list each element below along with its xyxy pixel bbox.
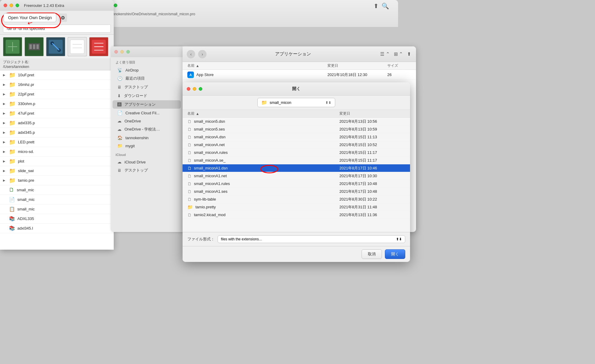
- dialog-file-row[interactable]: 🗋 small_micon5.dsn 2021年8月13日 10:56: [183, 118, 410, 125]
- sidebar-item-applications[interactable]: 🅰 アプリケーション: [113, 100, 181, 109]
- sidebar-item-download[interactable]: ⬇ ダウンロード: [113, 92, 181, 100]
- dialog-file-row[interactable]: 🗋 small_micon5.ses 2021年8月13日 10:59: [183, 125, 410, 133]
- location-dropdown[interactable]: 📁 small_micon ⬆⬇: [257, 98, 335, 107]
- list-item[interactable]: ▶ 📁 slide_swi: [0, 166, 114, 176]
- sidebar-item-icloud-desktop[interactable]: 🖥 デスクトップ: [113, 166, 181, 175]
- app-store-row[interactable]: A App Store 2021年10月18日 12:30 26: [183, 70, 416, 80]
- app-store-modified: 2021年10月18日 12:30: [327, 72, 387, 78]
- sidebar-icloud-desktop-label: デスクトップ: [125, 168, 148, 173]
- sidebar-item-airdrop[interactable]: 📡 AirDrop: [113, 66, 181, 74]
- list-item[interactable]: ▶ 📁 47uF.pret: [0, 109, 114, 118]
- modified-column-header[interactable]: 変更日: [327, 63, 387, 68]
- list-item[interactable]: ▶ 📋 small_mic: [0, 204, 114, 214]
- list-item[interactable]: ▶ 📄 small_mic: [0, 195, 114, 204]
- sidebar-item-mygit[interactable]: 📁 mygit: [113, 142, 181, 150]
- file-icon: 🗋: [187, 127, 192, 132]
- format-dropdown[interactable]: files with the extensions... ⬆⬇: [218, 235, 405, 243]
- file-icon: 🗋: [187, 166, 192, 171]
- sidebar-min-btn[interactable]: [120, 50, 124, 54]
- share-icon[interactable]: ⬆: [374, 2, 379, 10]
- chevron-icon: ▶: [3, 83, 7, 86]
- applications-icon: 🅰: [117, 102, 122, 107]
- folder-icon: 📁: [9, 91, 16, 98]
- freerouter-max-btn[interactable]: [16, 4, 19, 7]
- list-item[interactable]: ▶ 📁 10uF.pret: [0, 70, 114, 80]
- file-name-cell: 🗋 small_miconA.dsn: [187, 135, 339, 139]
- list-item[interactable]: ▶ 📁 22pF.pret: [0, 90, 114, 99]
- finder-bg-max-btn[interactable]: [114, 4, 117, 7]
- list-item[interactable]: ▶ 📁 LED.prett: [0, 137, 114, 147]
- dialog-file-row[interactable]: 🗋 small_miconA.net 2021年8月15日 10:52: [183, 141, 410, 149]
- list-item[interactable]: ▶ 📁 adxl345.p: [0, 128, 114, 137]
- chevron-icon: ▶: [3, 112, 7, 115]
- dialog-file-row[interactable]: 🗋 small_miconA.dsn 2021年8月15日 11:13: [183, 133, 410, 141]
- location-content: 📁 small_micon: [261, 100, 291, 105]
- sidebar-download-label: ダウンロード: [124, 93, 147, 98]
- dialog-max-btn[interactable]: [199, 87, 202, 91]
- sort-arrow: ▲: [196, 64, 199, 68]
- dialog-file-row[interactable]: 🗋 small_miconA1.ses 2021年8月17日 10:48: [183, 188, 410, 195]
- share-button[interactable]: ⬆: [406, 50, 412, 58]
- sidebar-item-onedrive[interactable]: ☁ OneDrive: [113, 117, 181, 125]
- onedrive-school-icon: ☁: [117, 127, 122, 132]
- sidebar-item-creative-cloud[interactable]: 📄 Creative Cloud Fil...: [113, 109, 181, 117]
- freerouter-close-btn[interactable]: [4, 4, 7, 7]
- list-item[interactable]: ▶ 📁 plot: [0, 157, 114, 166]
- file-icon: 🗋: [187, 197, 192, 202]
- list-item[interactable]: ▶ 📁 micro-sd.: [0, 147, 114, 157]
- dialog-file-row[interactable]: 🗋 sym-lib-table 2021年8月30日 10:22: [183, 195, 410, 203]
- file-name-cell: 🗋 tamio2.kicad_mod: [187, 213, 339, 217]
- dialog-selected-file-row[interactable]: 🗋 small_miconA1.dsn 2021年8月17日 10:46: [183, 164, 410, 172]
- gear-button[interactable]: ⚙: [59, 13, 67, 22]
- forward-button[interactable]: ›: [198, 50, 207, 58]
- dialog-name-col-header[interactable]: 名前 ▲: [187, 111, 339, 116]
- list-item[interactable]: ▶ 📁 adxl335.p: [0, 118, 114, 128]
- list-item[interactable]: ▶ 🗋 small_mic: [0, 185, 114, 195]
- dialog-min-btn[interactable]: [193, 87, 196, 91]
- folder-icon: 📁: [9, 81, 16, 88]
- dialog-file-row[interactable]: 🗋 small_miconA1.net 2021年8月17日 10:30: [183, 172, 410, 180]
- finder-sidebar: よく使う項目 📡 AirDrop 🕐 最近の項目 🖥 デスクトップ ⬇ ダウンロ…: [111, 46, 183, 232]
- book-icon-2: 📚: [9, 225, 15, 231]
- dialog-close-btn[interactable]: [187, 87, 190, 91]
- sidebar-close-btn[interactable]: [114, 50, 118, 54]
- project-name-area: プロジェクト名: /Users/tannoken: [0, 58, 114, 70]
- sidebar-onedrive-label: OneDrive: [125, 119, 141, 123]
- sidebar-item-desktop[interactable]: 🖥 デスクトップ: [113, 83, 181, 91]
- dialog-file-list: 🗋 small_micon5.dsn 2021年8月13日 10:56 🗋 sm…: [183, 118, 410, 232]
- open-button[interactable]: 開く: [385, 249, 405, 259]
- kicad-file-icon: 📋: [9, 206, 15, 212]
- freerouter-min-btn[interactable]: [10, 4, 13, 7]
- list-item[interactable]: ▶ 📁 tamio.pre: [0, 176, 114, 185]
- dialog-file-row[interactable]: 🗋 tamio2.kicad_mod 2021年8月13日 11:36: [183, 211, 410, 219]
- cancel-button[interactable]: 取消: [362, 249, 382, 259]
- dialog-modified-col-header[interactable]: 変更日: [339, 111, 405, 116]
- dialog-file-row[interactable]: 🗋 small_miconA1.rules 2021年8月17日 10:48: [183, 180, 410, 188]
- sidebar-max-btn[interactable]: [126, 50, 130, 54]
- format-label: ファイル形式：: [187, 236, 215, 242]
- dialog-file-row[interactable]: 🗋 small_miconA.rules 2021年8月15日 11:17: [183, 149, 410, 157]
- freerouter-window: Freerouter 1.2.43 Extra Open Your Own De…: [0, 0, 114, 250]
- list-view-button[interactable]: ☰ ⌃: [379, 50, 390, 58]
- grid-view-button[interactable]: ⊞ ⌃: [393, 50, 404, 58]
- dialog-file-row[interactable]: 🗋 small_miconA.se_ 2021年8月15日 11:17: [183, 157, 410, 164]
- list-item[interactable]: ▶ 📁 16mhz.pr: [0, 80, 114, 90]
- finder-location: アプリケーション: [210, 51, 376, 57]
- sidebar-item-recent[interactable]: 🕐 最近の項目: [113, 74, 181, 83]
- search-icon[interactable]: 🔍: [382, 2, 389, 10]
- folder-icon-blue: 📁: [187, 204, 193, 210]
- size-column-header[interactable]: サイズ: [387, 63, 411, 68]
- sidebar-item-onedrive-school[interactable]: ☁ OneDrive - 学校法…: [113, 125, 181, 134]
- list-item[interactable]: ▶ 📚 ADXL335: [0, 214, 114, 224]
- name-column-header[interactable]: 名前 ▲: [187, 63, 327, 68]
- svg-rect-8: [37, 44, 39, 49]
- file-name-cell: 🗋 small_micon5.ses: [187, 127, 339, 132]
- list-item[interactable]: ▶ 📁 330ohm.p: [0, 99, 114, 109]
- sidebar-item-icloud-drive[interactable]: ☁ iCloud Drive: [113, 158, 181, 166]
- list-item[interactable]: ▶ 📚 adxl345.l: [0, 224, 114, 233]
- back-button[interactable]: ‹: [187, 50, 195, 58]
- finder-bg-window: ers/tannokenshin/OneDrive/small_micon/sm…: [99, 0, 398, 27]
- dialog-folder-row[interactable]: 📁 tamio.pretty 2021年8月31日 11:48: [183, 203, 410, 211]
- pcb-thumb-2: [25, 37, 44, 56]
- sidebar-item-tannokenshin[interactable]: 🏠 tannokenshin: [113, 134, 181, 142]
